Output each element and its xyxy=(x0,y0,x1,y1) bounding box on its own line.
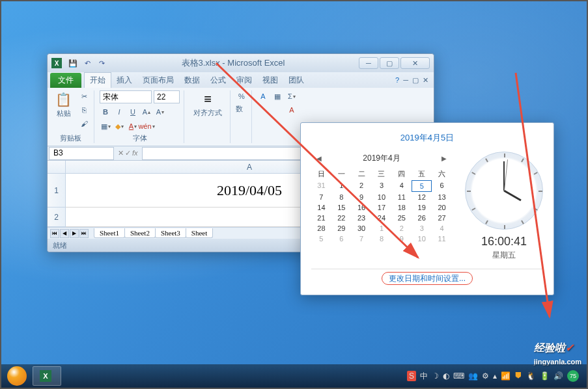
contacts-icon[interactable]: 👥 xyxy=(468,371,478,381)
calendar-day[interactable]: 28 xyxy=(311,223,331,234)
phonetic-icon[interactable]: wén▾ xyxy=(141,120,152,132)
sheet-tab-2[interactable]: Sheet2 xyxy=(124,228,156,238)
security-icon[interactable]: ⛊ xyxy=(514,371,522,381)
calendar-day-next[interactable]: 4 xyxy=(432,223,452,234)
calendar-day-next[interactable]: 1 xyxy=(372,223,392,234)
restore-inner-icon[interactable]: ▢ xyxy=(412,76,419,85)
calendar-day-next[interactable]: 2 xyxy=(391,223,412,234)
calendar-day-prev[interactable]: 31 xyxy=(311,180,331,192)
name-box[interactable]: B3 xyxy=(49,147,114,160)
cancel-formula-icon[interactable]: ✕ xyxy=(118,149,124,157)
border-icon[interactable]: ▦▾ xyxy=(100,120,111,132)
autosum-icon[interactable]: Σ▾ xyxy=(286,90,298,102)
accept-formula-icon[interactable]: ✓ xyxy=(125,149,131,157)
calendar-day-next[interactable]: 11 xyxy=(432,234,452,244)
sheet-tab-4[interactable]: Sheet xyxy=(186,228,213,238)
row-header-2[interactable]: 2 xyxy=(48,208,66,227)
qq-icon[interactable]: 🐧 xyxy=(526,371,536,381)
copy-icon[interactable]: ⎘ xyxy=(78,104,90,116)
calendar-day[interactable]: 30 xyxy=(352,223,372,234)
grow-font-icon[interactable]: A▴ xyxy=(141,106,152,118)
select-all-corner[interactable] xyxy=(48,161,66,173)
calendar-day[interactable]: 16 xyxy=(352,202,372,213)
close-inner-icon[interactable]: ✕ xyxy=(423,76,428,85)
calendar-day[interactable]: 25 xyxy=(391,213,412,223)
calendar-day[interactable]: 9 xyxy=(352,192,372,202)
calendar-day[interactable]: 10 xyxy=(372,192,392,202)
close-button[interactable]: ✕ xyxy=(400,57,430,69)
calendar-day[interactable]: 15 xyxy=(331,202,352,213)
alignment-button[interactable]: ≡ 对齐方式 xyxy=(189,90,226,119)
ime-lang-icon[interactable]: 中 xyxy=(420,371,428,382)
calendar-day-next[interactable]: 9 xyxy=(391,234,412,244)
calendar-day[interactable]: 7 xyxy=(311,192,331,202)
fx-icon[interactable]: fx xyxy=(132,149,138,157)
calendar-day[interactable]: 23 xyxy=(352,213,372,223)
change-datetime-link[interactable]: 更改日期和时间设置... xyxy=(382,272,473,285)
calendar-day-next[interactable]: 5 xyxy=(311,234,331,244)
sheet-tab-1[interactable]: Sheet1 xyxy=(94,228,125,238)
sheet-nav-last-icon[interactable]: ⏭ xyxy=(79,229,89,238)
paste-button[interactable]: 📋 粘贴 xyxy=(51,90,76,120)
tab-insert[interactable]: 插入 xyxy=(111,73,137,88)
tab-team[interactable]: 团队 xyxy=(283,73,309,88)
maximize-button[interactable]: ▢ xyxy=(380,57,399,69)
next-month-icon[interactable]: ▶ xyxy=(441,155,447,162)
start-button[interactable] xyxy=(4,366,30,386)
save-icon[interactable]: 💾 xyxy=(67,57,79,69)
shrink-font-icon[interactable]: A▾ xyxy=(154,106,166,118)
minimize-button[interactable]: ─ xyxy=(359,57,378,69)
format-painter-icon[interactable]: 🖌 xyxy=(78,118,90,129)
help-icon[interactable]: ? xyxy=(395,76,399,84)
calendar-day-next[interactable]: 8 xyxy=(372,234,392,244)
sheet-nav-next-icon[interactable]: ▶ xyxy=(70,229,79,238)
fill-color-icon[interactable]: ◆▾ xyxy=(113,120,125,132)
battery-icon[interactable]: 🔋 xyxy=(540,371,550,381)
cells-icon[interactable]: ▦ xyxy=(272,90,283,102)
calendar-day-next[interactable]: 6 xyxy=(331,234,352,244)
calendar-day[interactable]: 2 xyxy=(352,180,372,192)
calendar-day[interactable]: 18 xyxy=(391,202,412,213)
percent-icon[interactable]: % xyxy=(236,90,247,102)
file-tab[interactable]: 文件 xyxy=(50,73,81,88)
calendar-day[interactable]: 24 xyxy=(372,213,392,223)
calendar-day[interactable]: 27 xyxy=(432,213,452,223)
ime-icon[interactable]: S xyxy=(407,371,416,381)
calendar-day[interactable]: 12 xyxy=(412,192,432,202)
underline-button[interactable]: U xyxy=(127,106,139,118)
sort-filter-icon[interactable]: A xyxy=(286,104,298,116)
gear-icon[interactable]: ⚙ xyxy=(482,371,489,381)
tab-pagelayout[interactable]: 页面布局 xyxy=(137,73,179,88)
chevron-up-icon[interactable]: ▴ xyxy=(493,371,497,381)
moon-icon[interactable]: ☽ xyxy=(432,371,439,381)
calendar-day[interactable]: 5 xyxy=(412,180,432,192)
network-icon[interactable]: 📶 xyxy=(501,371,511,381)
redo-icon[interactable]: ↷ xyxy=(96,57,107,69)
tab-review[interactable]: 审阅 xyxy=(231,73,257,88)
font-size-input[interactable]: 22 xyxy=(154,90,180,103)
cut-icon[interactable]: ✂ xyxy=(78,90,90,102)
bold-button[interactable]: B xyxy=(100,106,111,118)
calendar-day[interactable]: 26 xyxy=(412,213,432,223)
circle-icon[interactable]: ◐ xyxy=(443,371,449,381)
font-color-icon[interactable]: A▾ xyxy=(127,120,139,132)
sheet-nav-first-icon[interactable]: ⏮ xyxy=(50,229,59,238)
calendar-day-next[interactable]: 10 xyxy=(412,234,432,244)
calendar-day[interactable]: 1 xyxy=(331,180,352,192)
calendar-day-next[interactable]: 3 xyxy=(412,223,432,234)
prev-month-icon[interactable]: ◀ xyxy=(316,155,322,162)
italic-button[interactable]: I xyxy=(113,106,125,118)
undo-icon[interactable]: ↶ xyxy=(81,57,93,69)
calendar-day[interactable]: 8 xyxy=(331,192,352,202)
tab-view[interactable]: 视图 xyxy=(257,73,283,88)
minimize-ribbon-icon[interactable]: ─ xyxy=(403,76,408,84)
excel-titlebar[interactable]: X 💾 ↶ ↷ 表格3.xlsx - Microsoft Excel ─ ▢ ✕ xyxy=(48,54,434,72)
tab-data[interactable]: 数据 xyxy=(179,73,205,88)
calendar-day[interactable]: 3 xyxy=(372,180,392,192)
calendar-day[interactable]: 13 xyxy=(432,192,452,202)
calendar-day[interactable]: 19 xyxy=(412,202,432,213)
calendar-day[interactable]: 20 xyxy=(432,202,452,213)
tab-formulas[interactable]: 公式 xyxy=(205,73,231,88)
keyboard-icon[interactable]: ⌨ xyxy=(453,371,464,381)
font-name-input[interactable]: 宋体 xyxy=(100,90,152,103)
